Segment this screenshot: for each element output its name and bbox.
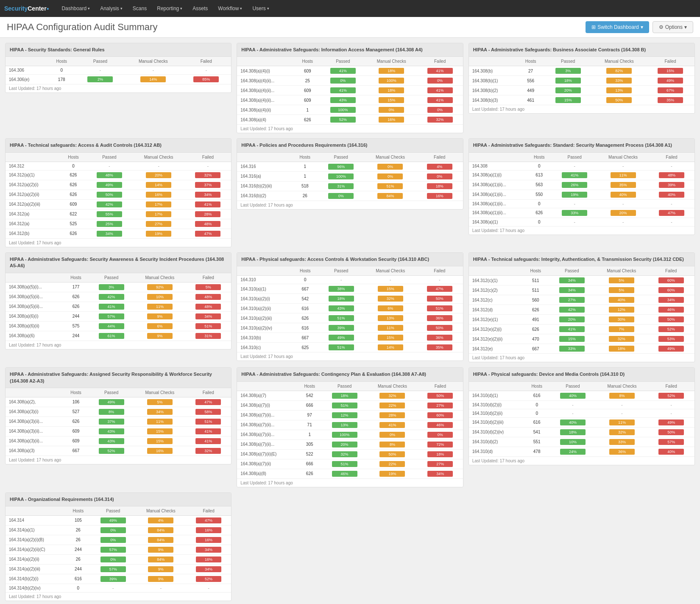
nav-analysis[interactable]: Analysis ▾	[96, 3, 127, 14]
row-passed: 39%	[318, 323, 365, 333]
nav-dashboard[interactable]: Dashboard ▾	[57, 3, 94, 14]
table-row: 164.314(a)(2)(ii) 26 0% 84% 16%	[6, 554, 231, 564]
row-passed: 34%	[549, 285, 595, 295]
row-label: 164.308(a)(1)(ii)...	[469, 208, 527, 218]
row-passed: 57%	[89, 311, 134, 321]
switch-dashboard-button[interactable]: ⊞ Switch Dashboard ▾	[586, 21, 649, 33]
row-failed: 50%	[416, 294, 463, 304]
row-hosts: 244	[66, 545, 90, 554]
row-failed: 40%	[648, 447, 694, 456]
table-row: 164.310(d)(2) 551 10% 33% 57%	[469, 437, 694, 447]
row-passed: 25%	[86, 219, 133, 229]
row-manual: -	[125, 66, 181, 75]
table-row: 164.308(a)(7)(ii) 666 51% 22% 27%	[237, 459, 463, 469]
col-name	[6, 153, 61, 162]
nav-assets[interactable]: Assets	[188, 3, 212, 14]
row-label: 164.310(d)(2)(i)	[469, 400, 524, 409]
row-manual: 18%	[366, 66, 417, 76]
row-label: 164.312(c)(1)	[469, 276, 523, 285]
nav-workflow[interactable]: Workflow ▾	[214, 3, 246, 14]
table-row: 164.310 0 - - -	[237, 276, 463, 284]
panel-body-panel10: Hosts Passed Manual Checks Failed 164.30…	[6, 388, 231, 456]
table-row: 164.312(a) 525 25% 27% 48%	[6, 219, 231, 229]
row-passed: 40%	[549, 417, 596, 427]
logo[interactable]: SecurityCenter ■	[4, 5, 49, 12]
row-hosts: 616	[524, 391, 549, 400]
row-failed: 41%	[185, 426, 231, 436]
nav-scans[interactable]: Scans	[128, 3, 151, 14]
data-table-panel10: Hosts Passed Manual Checks Failed 164.30…	[6, 388, 231, 456]
row-passed: 13%	[322, 420, 367, 430]
row-hosts: 666	[297, 400, 322, 410]
row-hosts: 609	[63, 426, 88, 436]
row-hosts: 626	[523, 305, 548, 315]
row-manual: 36%	[596, 447, 648, 456]
row-label: 164.308(b)(3)	[469, 95, 518, 105]
nav-users[interactable]: Users ▾	[248, 3, 273, 14]
row-passed: 57%	[90, 564, 135, 574]
table-row: 164.312(a)(2)(ii) 626 50% 16% 34%	[6, 190, 231, 199]
panel-panel4: HIPAA - Technical safeguards: Access & A…	[5, 138, 231, 247]
row-failed: -	[186, 584, 231, 592]
row-failed: 0%	[417, 105, 463, 115]
row-label: 164.308(a)(7)(i)	[237, 400, 297, 410]
row-failed: 32%	[417, 115, 463, 125]
row-passed: 43%	[89, 436, 134, 446]
row-hosts: 542	[293, 294, 318, 304]
row-manual: 5%	[595, 285, 647, 295]
col-passed: Passed	[89, 273, 134, 282]
row-label: 164.310(a)(2)(ii)	[237, 304, 293, 313]
options-button[interactable]: ⚙ Options ▾	[653, 21, 693, 33]
row-manual: 27%	[133, 219, 185, 229]
col-manual: Manual Checks	[133, 153, 185, 162]
table-row: 164.308(a)(1)(ii)... 550 19% 40% 40%	[469, 190, 694, 199]
row-hosts: 626	[295, 115, 320, 125]
row-manual: 16%	[366, 115, 417, 125]
panel-panel13: HIPAA - Organizational Requirements (164…	[5, 492, 231, 601]
panel-body-panel9: Hosts Passed Manual Checks Failed 164.31…	[469, 266, 694, 353]
data-table-panel4: Hosts Passed Manual Checks Failed 164.31…	[6, 153, 231, 238]
row-label: 164.306	[6, 66, 48, 75]
col-passed: Passed	[75, 57, 125, 66]
row-label: 164.312(a)	[6, 209, 61, 219]
row-hosts: 1	[295, 105, 320, 115]
col-passed: Passed	[549, 382, 596, 391]
data-table-panel7: Hosts Passed Manual Checks Failed 164.30…	[6, 273, 231, 341]
panel-header-panel11: HIPAA - Administrative Safeguards: Conti…	[237, 368, 463, 381]
row-hosts: 622	[61, 209, 86, 219]
row-hosts: 551	[524, 437, 549, 447]
row-passed: 37%	[89, 417, 134, 426]
row-passed: -	[552, 218, 597, 226]
table-row: 164.312(e)(2)(i) 626 41% 7% 52%	[469, 324, 694, 334]
table-row: 164.312(a)(2)(iii) 609 42% 17% 41%	[6, 199, 231, 209]
col-hosts: Hosts	[63, 273, 88, 282]
row-manual: 84%	[136, 535, 186, 545]
row-passed: -	[549, 409, 596, 417]
table-row: 164.312(e)(2)(ii) 470 15% 32% 53%	[469, 334, 694, 344]
table-row: 164.308(a)(5)(i)... 177 3% 92% 5%	[6, 282, 231, 292]
data-table-panel12: Hosts Passed Manual Checks Failed 164.31…	[469, 382, 694, 456]
row-manual: 4%	[136, 515, 186, 525]
row-passed: 3%	[89, 282, 134, 292]
row-manual: 13%	[592, 86, 646, 95]
row-passed: 51%	[322, 400, 367, 410]
row-failed: 50%	[418, 391, 463, 400]
row-hosts: 511	[523, 276, 548, 285]
row-hosts: 0	[61, 162, 86, 170]
row-label: 164.314(a)(2)(i)(B)	[6, 535, 66, 545]
row-hosts: 1	[292, 162, 318, 171]
row-passed: -	[318, 276, 365, 284]
row-passed: 42%	[86, 199, 133, 209]
nav-reporting[interactable]: Reporting ▾	[153, 3, 187, 14]
row-failed: 46%	[647, 305, 694, 315]
row-failed: 50%	[416, 323, 463, 333]
col-name	[237, 382, 297, 391]
row-manual: 30%	[595, 315, 647, 324]
table-row: 164.310(d)(2)(i) 0 - - -	[469, 400, 694, 409]
chevron-down-icon: ▾	[641, 24, 643, 30]
row-manual: 28%	[367, 410, 418, 420]
table-row: 164.308(b) 27 3% 82% 15%	[469, 66, 694, 76]
row-hosts: 26	[66, 554, 90, 564]
row-hosts: 105	[66, 515, 90, 525]
row-hosts: 0	[527, 199, 552, 208]
